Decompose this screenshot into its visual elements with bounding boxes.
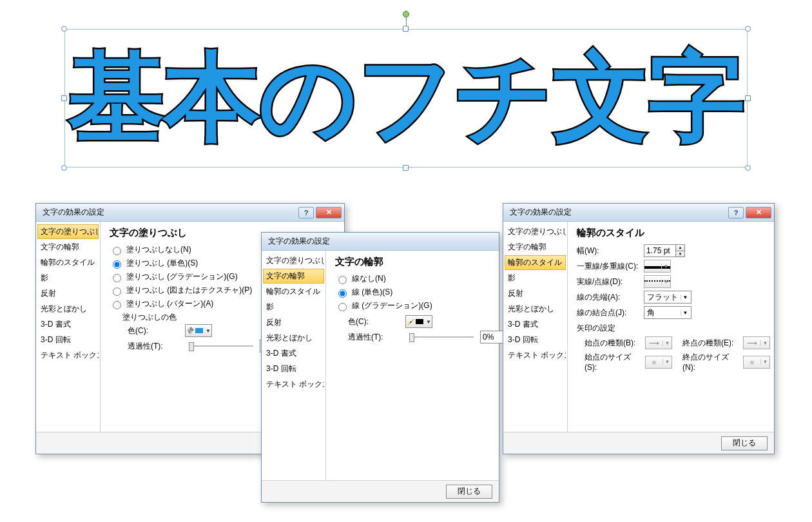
sidebar-item-reflection[interactable]: 反射 — [505, 286, 566, 301]
sidebar-item-outline-style[interactable]: 輪郭のスタイル — [37, 255, 99, 270]
end-size-label: 終点のサイズ(N): — [682, 352, 740, 372]
transparency-label: 透過性(T): — [128, 341, 182, 352]
dialog-content: 輪郭のスタイル 幅(W): ▲▼ 一重線/多重線(C): ▼ 実線/点線(D): — [568, 222, 779, 432]
chevron-down-icon: ▼ — [206, 328, 211, 334]
sidebar-item-3d-format[interactable]: 3-D 書式 — [37, 317, 99, 332]
begin-arrow-size[interactable]: ≡▼ — [645, 356, 672, 369]
sidebar-item-text-outline[interactable]: 文字の輪郭 — [263, 269, 324, 284]
spinner-down-icon[interactable]: ▼ — [675, 251, 684, 257]
radio-gradient-line[interactable]: 線 (グラデーション)(G) — [335, 300, 521, 311]
begin-arrow-type[interactable]: ⟶▼ — [645, 336, 672, 349]
dialog-outline-style[interactable]: 文字の効果の設定 ? ✕ 文字の塗りつぶし 文字の輪郭 輪郭のスタイル 影 反射… — [503, 203, 775, 454]
titlebar[interactable]: 文字の効果の設定 — [262, 233, 499, 251]
sidebar-item-shadow[interactable]: 影 — [263, 300, 324, 314]
pencil-icon — [407, 318, 414, 325]
begin-size-label: 始点のサイズ(S): — [585, 352, 643, 372]
sidebar-item-text-outline[interactable]: 文字の輪郭 — [505, 240, 566, 255]
begin-type-label: 始点の種類(B): — [585, 338, 643, 349]
width-label: 幅(W): — [577, 246, 641, 256]
sidebar-item-shadow[interactable]: 影 — [505, 271, 566, 285]
outline-swatch — [416, 319, 423, 324]
chevron-down-icon: ▼ — [662, 359, 672, 365]
end-arrow-type[interactable]: ⟶▼ — [743, 336, 770, 349]
color-label: 色(C): — [128, 325, 182, 336]
sidebar-item-textbox[interactable]: テキスト ボックス — [263, 377, 324, 392]
sidebar-item-3d-rotation[interactable]: 3-D 回転 — [505, 333, 566, 347]
arrow-begin-size-icon: ≡ — [646, 358, 662, 366]
chevron-down-icon: ▼ — [760, 340, 769, 346]
cap-type-combo[interactable]: フラット ▼ — [644, 291, 691, 304]
sidebar-item-text-fill[interactable]: 文字の塗りつぶし — [37, 224, 99, 239]
join-type-combo[interactable]: 角 ▼ — [644, 306, 691, 319]
arrow-end-size-icon: ≡ — [744, 358, 760, 366]
dialog-text-outline[interactable]: 文字の効果の設定 文字の塗りつぶし 文字の輪郭 輪郭のスタイル 影 反射 光彩と… — [261, 232, 499, 503]
sidebar-item-text-fill[interactable]: 文字の塗りつぶし — [263, 253, 324, 268]
sidebar-item-3d-rotation[interactable]: 3-D 回転 — [263, 362, 324, 376]
fill-color-button[interactable]: ▼ — [185, 324, 212, 337]
sidebar-item-3d-format[interactable]: 3-D 書式 — [505, 317, 566, 332]
sidebar-item-outline-style[interactable]: 輪郭のスタイル — [263, 284, 324, 299]
titlebar[interactable]: 文字の効果の設定 ? ✕ — [36, 204, 344, 222]
radio-no-line[interactable]: 線なし(N) — [335, 273, 521, 284]
sidebar-item-reflection[interactable]: 反射 — [37, 286, 99, 301]
wordart-object[interactable]: 基本のフチ文字 — [64, 29, 748, 168]
transparency-label: 透過性(T): — [348, 332, 403, 343]
end-arrow-size[interactable]: ≡▼ — [743, 356, 770, 369]
sidebar-item-text-fill[interactable]: 文字の塗りつぶし — [505, 224, 566, 239]
bucket-icon — [186, 327, 194, 334]
compound-label: 一重線/多重線(C): — [577, 261, 641, 272]
chevron-down-icon: ▼ — [662, 340, 672, 346]
sidebar-item-3d-rotation[interactable]: 3-D 回転 — [37, 333, 99, 347]
dialog-title: 文字の効果の設定 — [268, 236, 496, 247]
radio-solid-line[interactable]: 線 (単色)(S) — [335, 287, 521, 298]
chevron-down-icon: ▼ — [661, 264, 670, 269]
cap-label: 線の先端(A): — [577, 292, 641, 303]
sidebar: 文字の塗りつぶし 文字の輪郭 輪郭のスタイル 影 反射 光彩とぼかし 3-D 書… — [262, 251, 326, 480]
width-spinner[interactable]: ▲▼ — [644, 244, 685, 257]
dash-type-combo[interactable]: ▼ — [644, 275, 671, 288]
help-button[interactable]: ? — [728, 207, 744, 218]
section-title: 文字の輪郭 — [335, 256, 521, 268]
close-button[interactable]: 閉じる — [446, 485, 492, 499]
close-button[interactable]: 閉じる — [721, 436, 768, 450]
join-label: 線の結合点(J): — [577, 307, 641, 318]
sidebar: 文字の塗りつぶし 文字の輪郭 輪郭のスタイル 影 反射 光彩とぼかし 3-D 書… — [503, 222, 568, 432]
sidebar-item-3d-format[interactable]: 3-D 書式 — [263, 346, 324, 361]
close-icon[interactable]: ✕ — [316, 207, 342, 218]
chevron-down-icon: ▼ — [681, 310, 690, 316]
sidebar-item-textbox[interactable]: テキスト ボックス — [505, 348, 566, 363]
dialog-title: 文字の効果の設定 — [43, 207, 296, 218]
close-icon[interactable]: ✕ — [746, 207, 771, 218]
transparency-slider[interactable] — [189, 341, 253, 351]
sidebar-item-shadow[interactable]: 影 — [37, 271, 99, 285]
sidebar-item-text-outline[interactable]: 文字の輪郭 — [37, 240, 99, 255]
sidebar-item-outline-style[interactable]: 輪郭のスタイル — [505, 255, 566, 270]
spinner-up-icon[interactable]: ▲ — [675, 245, 684, 251]
color-label: 色(C): — [348, 316, 403, 327]
sidebar-item-glow[interactable]: 光彩とぼかし — [263, 331, 324, 345]
dialog-content: 文字の輪郭 線なし(N) 線 (単色)(S) 線 (グラデーション)(G) 色(… — [326, 251, 530, 480]
help-button[interactable]: ? — [298, 207, 314, 218]
sidebar: 文字の塗りつぶし 文字の輪郭 輪郭のスタイル 影 反射 光彩とぼかし 3-D 書… — [36, 222, 101, 432]
wordart-text[interactable]: 基本のフチ文字 — [64, 29, 748, 168]
chevron-down-icon: ▼ — [426, 319, 431, 325]
outline-color-button[interactable]: ▼ — [405, 315, 432, 328]
rotation-handle[interactable] — [403, 11, 409, 17]
sidebar-item-glow[interactable]: 光彩とぼかし — [505, 302, 566, 316]
sidebar-item-glow[interactable]: 光彩とぼかし — [37, 302, 99, 316]
transparency-slider[interactable] — [409, 332, 474, 342]
titlebar[interactable]: 文字の効果の設定 ? ✕ — [503, 204, 774, 222]
section-title: 輪郭のスタイル — [577, 227, 770, 239]
arrow-end-icon: ⟶ — [744, 339, 760, 347]
chevron-down-icon: ▼ — [681, 295, 690, 300]
sidebar-item-reflection[interactable]: 反射 — [263, 315, 324, 330]
sidebar-item-textbox[interactable]: テキスト ボックス — [37, 348, 99, 363]
compound-type-combo[interactable]: ▼ — [644, 260, 671, 273]
chevron-down-icon: ▼ — [661, 279, 670, 285]
dialog-title: 文字の効果の設定 — [510, 207, 726, 218]
arrows-heading: 矢印の設定 — [577, 323, 770, 334]
dialog-footer: 閉じる — [262, 480, 499, 502]
dash-label: 実線/点線(D): — [577, 276, 641, 287]
end-type-label: 終点の種類(E): — [682, 338, 740, 349]
arrow-begin-icon: ⟶ — [646, 339, 662, 347]
